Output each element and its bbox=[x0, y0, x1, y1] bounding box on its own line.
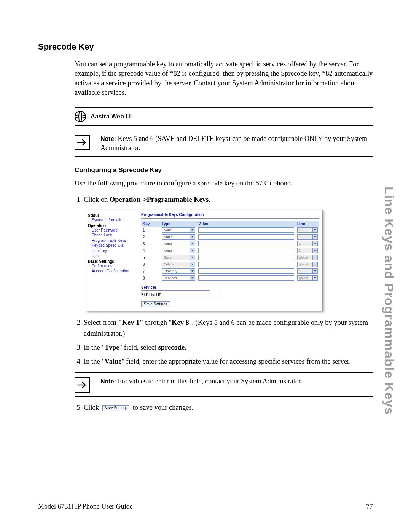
value-input[interactable] bbox=[198, 275, 294, 281]
sidebar-item[interactable]: Programmable Keys bbox=[92, 238, 137, 243]
note-block-2: Note: For values to enter in this field,… bbox=[75, 372, 373, 397]
table-row: 5Saveglobal bbox=[141, 254, 319, 261]
footer: Model 6731i IP Phone User Guide 77 bbox=[38, 503, 373, 511]
note-1-label: Note: bbox=[100, 136, 116, 142]
key-number: 1 bbox=[141, 227, 160, 233]
sidebar-item[interactable]: Keypad Speed Dial bbox=[92, 243, 137, 248]
blf-input[interactable] bbox=[167, 292, 220, 297]
value-input[interactable] bbox=[198, 255, 294, 260]
sidebar-group-basic: Basic Settings bbox=[88, 259, 137, 264]
value-input[interactable] bbox=[198, 234, 294, 240]
note-1-text: Note: Keys 5 and 6 (SAVE and DELETE keys… bbox=[100, 134, 373, 153]
col-type: Type bbox=[160, 221, 197, 227]
step-4: In the "Value" field, enter the appropri… bbox=[84, 356, 373, 367]
sidebar-item[interactable]: Phone Lock bbox=[92, 233, 137, 238]
type-select: Delete bbox=[162, 262, 195, 267]
key-number: 3 bbox=[141, 240, 160, 247]
step-1: Click on Operation->Programmable Keys. bbox=[84, 194, 373, 205]
col-key: Key bbox=[141, 221, 160, 227]
key-number: 2 bbox=[141, 233, 160, 240]
ui-header-block: Aastra Web UI bbox=[75, 107, 373, 126]
type-select[interactable]: None bbox=[162, 248, 195, 253]
ui-header-label: Aastra Web UI bbox=[91, 113, 132, 120]
globe-icon bbox=[75, 111, 86, 122]
table-row: 8Servicesglobal bbox=[141, 275, 319, 281]
arrow-right-icon bbox=[75, 135, 90, 150]
table-row: 1None1 bbox=[141, 227, 319, 233]
arrow-right-icon bbox=[75, 377, 90, 393]
value-input[interactable] bbox=[198, 241, 294, 246]
side-tab: Line Keys and Programmable Keys bbox=[382, 187, 397, 415]
blf-row: BLF List URI: bbox=[141, 292, 319, 297]
sidebar-group-status: Status bbox=[88, 213, 137, 217]
screenshot-main: Programmable Keys Configuration Key Type… bbox=[138, 210, 322, 311]
type-select[interactable]: None bbox=[162, 227, 195, 233]
services-header: Services bbox=[141, 285, 210, 291]
value-input[interactable] bbox=[198, 268, 294, 274]
col-line: Line bbox=[296, 221, 319, 227]
type-select[interactable]: None bbox=[162, 241, 195, 246]
intro-paragraph: You can set a programmable key to automa… bbox=[75, 59, 373, 97]
table-row: 6Deleteglobal bbox=[141, 261, 319, 268]
col-value: Value bbox=[197, 221, 296, 227]
screenshot-sidebar: Status System Information Operation User… bbox=[86, 210, 138, 311]
table-row: 3None1 bbox=[141, 240, 319, 247]
sidebar-item[interactable]: System Information bbox=[92, 217, 137, 223]
key-number: 4 bbox=[141, 247, 160, 254]
sidebar-item[interactable]: User Password bbox=[92, 228, 137, 233]
line-select: global bbox=[297, 275, 318, 281]
note-2-label: Note: bbox=[100, 378, 116, 385]
screenshot-title: Programmable Keys Configuration bbox=[141, 212, 319, 219]
inline-save-settings-button[interactable]: Save Settings bbox=[102, 405, 130, 411]
line-select: 1 bbox=[297, 227, 318, 233]
sidebar-item[interactable]: Preferences bbox=[92, 264, 137, 269]
line-select: 1 bbox=[297, 268, 318, 274]
line-select: 1 bbox=[297, 241, 318, 246]
save-settings-button[interactable]: Save Settings bbox=[141, 301, 170, 307]
key-number: 8 bbox=[141, 275, 160, 281]
type-select[interactable]: Directory bbox=[162, 268, 195, 274]
line-select: global bbox=[297, 262, 318, 267]
table-row: 7Directory1 bbox=[141, 268, 319, 275]
keys-table: Key Type Value Line 1None12None13None14N… bbox=[141, 221, 319, 281]
sidebar-item[interactable]: Account Configuration bbox=[92, 268, 137, 274]
line-select: 1 bbox=[297, 248, 318, 253]
section-title: Sprecode Key bbox=[38, 42, 373, 52]
footer-rule bbox=[38, 500, 373, 500]
step-5: Click Save Settings to save your changes… bbox=[84, 402, 373, 413]
value-input[interactable] bbox=[198, 262, 294, 267]
steps-list-cont2: Click Save Settings to save your changes… bbox=[75, 402, 373, 413]
sidebar-group-operation: Operation bbox=[88, 224, 137, 228]
sidebar-item[interactable]: Reset bbox=[92, 253, 137, 259]
key-number: 5 bbox=[141, 254, 160, 261]
footer-left: Model 6731i IP Phone User Guide bbox=[38, 503, 133, 511]
step-3: In the "Type" field, select sprecode. bbox=[84, 342, 373, 353]
type-select[interactable]: None bbox=[162, 234, 195, 240]
steps-list: Click on Operation->Programmable Keys. bbox=[75, 194, 373, 205]
steps-list-cont: Select from "Key 1" through "Key 8". (Ke… bbox=[75, 317, 373, 367]
blf-label: BLF List URI: bbox=[141, 293, 164, 297]
programmable-keys-screenshot: Status System Information Operation User… bbox=[86, 210, 323, 311]
value-input[interactable] bbox=[198, 248, 294, 253]
line-select: global bbox=[297, 255, 318, 260]
footer-page: 77 bbox=[366, 503, 373, 511]
table-row: 2None1 bbox=[141, 233, 319, 240]
key-number: 6 bbox=[141, 261, 160, 268]
sidebar-item[interactable]: Directory bbox=[92, 248, 137, 254]
key-number: 7 bbox=[141, 268, 160, 275]
table-row: 4None1 bbox=[141, 247, 319, 254]
line-select: 1 bbox=[297, 234, 318, 240]
subheading: Configuring a Sprecode Key bbox=[75, 166, 373, 174]
note-2-text: Note: For values to enter in this field,… bbox=[100, 377, 302, 386]
type-select[interactable]: Services bbox=[162, 275, 195, 281]
step-2: Select from "Key 1" through "Key 8". (Ke… bbox=[84, 317, 373, 339]
type-select: Save bbox=[162, 255, 195, 260]
page: Sprecode Key You can set a programmable … bbox=[0, 0, 411, 532]
value-input[interactable] bbox=[198, 227, 294, 233]
body-line-1: Use the following procedure to configure… bbox=[75, 179, 373, 188]
note-block-1: Note: Keys 5 and 6 (SAVE and DELETE keys… bbox=[75, 130, 373, 157]
